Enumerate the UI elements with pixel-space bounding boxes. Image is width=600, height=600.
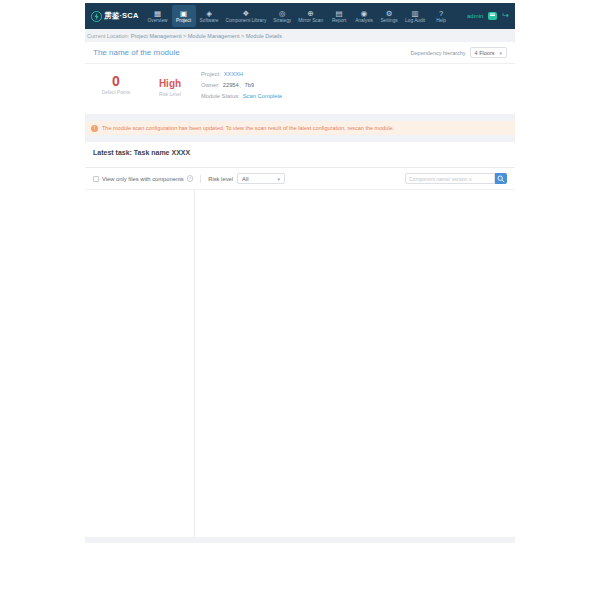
app-logo[interactable]: 雳鉴·SCA	[91, 11, 139, 22]
dependency-hierarchy-label: Dependency hierarchy	[411, 50, 466, 56]
nav-item-help[interactable]: ?Help	[429, 5, 453, 27]
rescan-alert-text: The module scan configuration has been u…	[102, 125, 394, 131]
nav-item-label: Help	[436, 18, 446, 23]
component-search-input[interactable]	[405, 173, 495, 184]
top-navbar: 雳鉴·SCA ▦Overview▣Project◈Software❖Compon…	[85, 3, 515, 29]
project-icon: ▣	[180, 9, 187, 18]
module-fields-col1: Project:XXXXHOwner:22954、7b9Module Statu…	[201, 71, 297, 99]
task-card: Latest task: Task name XXXX View only fi…	[85, 142, 515, 537]
nav-item-analysis[interactable]: ◉Analysis	[352, 5, 376, 27]
defect-score: 0 Defect Points	[93, 71, 139, 99]
nav-item-label: Settings	[380, 18, 397, 23]
module-actions	[85, 102, 515, 114]
logo-bolt-icon	[91, 11, 102, 22]
help-icon: ?	[187, 175, 194, 182]
nav-item-mirror-scan[interactable]: ⊕Mirror Scan	[295, 5, 326, 27]
module-card-body: 0 Defect Points High Risk Level Project:…	[85, 64, 515, 102]
nav-item-software[interactable]: ◈Software	[197, 5, 222, 27]
task-title: Latest task: Task name XXXX	[85, 149, 515, 162]
app-window: 雳鉴·SCA ▦Overview▣Project◈Software❖Compon…	[85, 0, 515, 543]
nav-item-label: Mirror Scan	[298, 18, 323, 23]
field-value[interactable]: XXXXH	[224, 71, 244, 77]
module-fields-col3	[451, 71, 507, 99]
field-project: Project:XXXXH	[201, 71, 297, 77]
defect-score-label: Defect Points	[93, 90, 139, 95]
files-with-components-label: View only files with components	[102, 176, 184, 182]
nav-item-component-library[interactable]: ❖Component Library	[222, 5, 269, 27]
logo-text: 雳鉴·SCA	[104, 11, 139, 21]
report-icon: ▤	[336, 9, 343, 18]
nav-item-label: Analysis	[355, 18, 373, 23]
dependency-split-view	[85, 189, 515, 537]
risk-level: High Risk Level	[150, 71, 190, 99]
settings-icon: ⚙	[386, 9, 393, 18]
nav-item-label: Overview	[148, 18, 168, 23]
nav-item-label: Report	[332, 18, 346, 23]
dependency-list-panel	[195, 190, 515, 537]
nav-item-label: Strategy	[273, 18, 291, 23]
component-library-icon: ❖	[243, 9, 250, 18]
rescan-alert: ! The module scan configuration has been…	[85, 121, 515, 135]
field-label: Module Status:	[201, 93, 240, 99]
user-name[interactable]: admin	[467, 13, 483, 19]
nav-items: ▦Overview▣Project◈Software❖Component Lib…	[145, 5, 467, 27]
risk-level-label: Risk Level	[150, 92, 190, 97]
nav-item-label: Software	[200, 18, 219, 23]
overview-icon: ▦	[154, 9, 161, 18]
chevron-down-icon: ▾	[499, 50, 502, 56]
defect-score-value: 0	[93, 74, 139, 89]
module-card-header: The name of the module Dependency hierar…	[85, 42, 515, 64]
log-audit-icon: ▥	[412, 9, 419, 18]
message-icon[interactable]	[488, 12, 497, 20]
nav-item-log-audit[interactable]: ▥Log Audit	[402, 5, 428, 27]
file-tree-panel	[85, 190, 195, 537]
field-value: 22954、7b9	[223, 81, 255, 90]
nav-item-label: Component Library	[225, 18, 266, 23]
field-owner: Owner:22954、7b9	[201, 81, 297, 90]
module-card: The name of the module Dependency hierar…	[85, 42, 515, 114]
nav-item-label: Project	[176, 18, 191, 23]
nav-item-report[interactable]: ▤Report	[327, 5, 351, 27]
nav-right: admin ↪	[467, 12, 509, 20]
dependency-hierarchy-select[interactable]: 4 Floors ▾	[470, 47, 507, 58]
help-icon: ?	[439, 9, 443, 18]
mirror-scan-icon: ⊕	[308, 9, 314, 18]
files-with-components-checkbox[interactable]	[93, 176, 99, 182]
module-title: The name of the module	[93, 48, 180, 57]
nav-item-label: Log Audit	[405, 18, 425, 23]
search-icon	[497, 175, 505, 183]
strategy-icon: ◎	[279, 9, 286, 18]
field-module-status: Module Status:Scan Complete	[201, 93, 297, 99]
field-value: Scan Complete	[243, 93, 283, 99]
filter-row: View only files with components ? Risk l…	[85, 168, 515, 189]
divider	[200, 175, 201, 183]
risk-level-value: High	[150, 74, 190, 91]
warning-icon: !	[91, 125, 98, 132]
field-label: Owner:	[201, 82, 220, 88]
breadcrumb-label: Current Location:	[87, 33, 129, 39]
software-icon: ◈	[206, 9, 212, 18]
module-fields-col2	[308, 71, 440, 99]
field-label: Project:	[201, 71, 221, 77]
breadcrumb-path[interactable]: Project Management > Module Management >…	[131, 33, 282, 39]
nav-item-strategy[interactable]: ◎Strategy	[270, 5, 294, 27]
search-button[interactable]	[495, 173, 507, 184]
analysis-icon: ◉	[361, 9, 368, 18]
risk-level-filter-label: Risk level	[208, 176, 233, 182]
page-content: Current Location: Project Management > M…	[85, 29, 515, 543]
nav-item-project[interactable]: ▣Project	[172, 5, 196, 27]
nav-item-overview[interactable]: ▦Overview	[145, 5, 171, 27]
nav-item-settings[interactable]: ⚙Settings	[377, 5, 401, 27]
dependency-hierarchy: Dependency hierarchy 4 Floors ▾	[411, 47, 507, 58]
breadcrumb: Current Location: Project Management > M…	[85, 29, 515, 42]
chevron-down-icon: ▾	[278, 176, 281, 182]
logout-icon[interactable]: ↪	[502, 12, 509, 20]
risk-level-select[interactable]: All ▾	[237, 173, 285, 184]
